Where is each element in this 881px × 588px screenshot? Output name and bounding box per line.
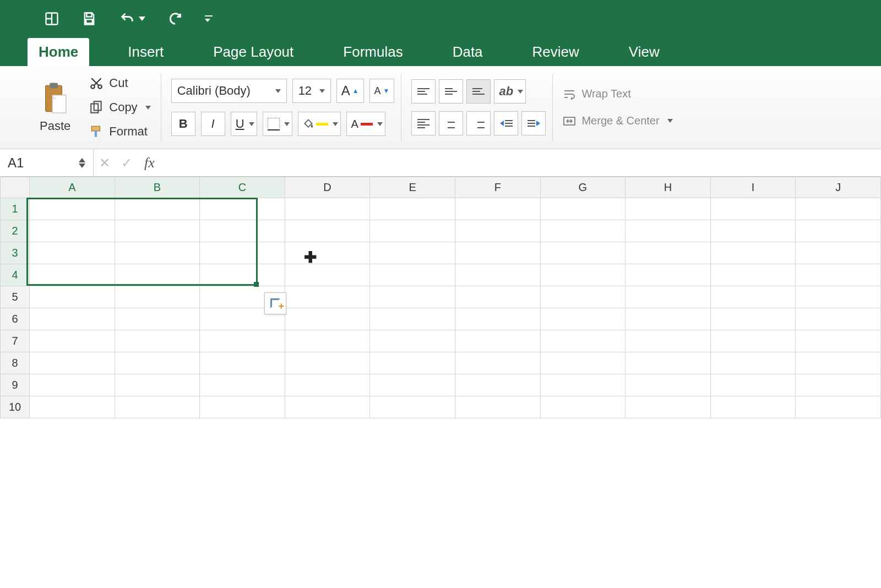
col-header[interactable]: E [370,177,455,198]
fx-label[interactable]: fx [138,155,161,171]
col-header[interactable]: I [710,177,796,198]
decrease-indent-button[interactable] [494,111,518,135]
chevron-down-icon [284,122,290,126]
align-middle-button[interactable] [439,79,463,104]
fill-color-swatch [316,123,328,126]
font-group: Calibri (Body) 12 A ▲ A ▼ B I [165,74,402,141]
increase-indent-button[interactable] [521,111,546,135]
copy-button[interactable]: Copy [89,100,150,115]
wrap-merge-group: Wrap Text Merge & Center [556,74,679,141]
tab-review[interactable]: Review [521,38,590,66]
wrap-text-button[interactable]: Wrap Text [563,88,672,100]
fill-color-button[interactable] [298,112,341,136]
formula-bar: A1 ✕ ✓ fx [0,149,881,177]
font-name-value: Calibri (Body) [177,84,251,98]
save-button[interactable] [81,11,97,26]
chevron-down-icon [377,122,383,126]
col-header[interactable]: G [540,177,626,198]
ribbon: Paste Cut Copy [0,66,881,149]
font-size-combo[interactable]: 12 [292,79,331,103]
caret-up-icon [79,158,85,162]
row-header[interactable]: 1 [1,198,30,220]
row-header[interactable]: 7 [1,330,30,352]
svg-rect-4 [50,83,58,88]
font-name-combo[interactable]: Calibri (Body) [171,79,287,103]
row-header[interactable]: 8 [1,352,30,374]
svg-rect-11 [95,131,97,137]
tab-page-layout[interactable]: Page Layout [202,38,304,66]
bold-button[interactable]: B [171,112,195,136]
borders-button[interactable] [263,112,292,136]
underline-button[interactable]: U [231,112,257,136]
quick-access-toolbar [0,0,881,37]
col-header[interactable]: A [30,177,115,198]
clipboard-group: Paste Cut Copy [28,74,161,141]
paste-button[interactable]: Paste [34,79,76,135]
italic-button[interactable]: I [201,112,225,136]
copy-icon [89,100,104,115]
wrap-text-icon [563,89,576,100]
customize-qat-button[interactable] [205,15,213,22]
col-header[interactable]: C [200,177,285,198]
ribbon-tabs: Home Insert Page Layout Formulas Data Re… [0,37,881,66]
cancel-formula-button[interactable]: ✕ [94,155,116,171]
align-bottom-button[interactable] [466,79,491,104]
row-header[interactable]: 10 [1,396,30,418]
paintbrush-icon [89,124,104,139]
merge-center-label: Merge & Center [581,115,659,127]
cut-button[interactable]: Cut [89,76,150,90]
col-header[interactable]: B [115,177,200,198]
merge-center-button[interactable]: Merge & Center [563,115,672,127]
autosave-button[interactable] [44,11,59,26]
grow-font-button[interactable]: A ▲ [336,79,364,103]
col-header[interactable]: F [455,177,540,198]
accept-formula-button[interactable]: ✓ [116,155,138,171]
svg-rect-2 [86,19,93,23]
col-header[interactable]: J [796,177,881,198]
chevron-down-icon [667,119,673,123]
tab-formulas[interactable]: Formulas [332,38,414,66]
spreadsheet-grid[interactable]: A B C D E F G H I J 1 2 3 4 5 6 [0,177,881,418]
undo-dropdown-icon [139,17,145,21]
cut-label: Cut [109,76,128,90]
wrap-text-label: Wrap Text [581,88,630,100]
name-box[interactable]: A1 [0,149,94,176]
select-all-corner[interactable] [1,177,30,198]
formula-input[interactable] [161,149,881,176]
format-painter-button[interactable]: Format [89,124,150,139]
chevron-down-icon [333,122,338,126]
row-header[interactable]: 4 [1,264,30,286]
redo-button[interactable] [167,11,183,26]
row-header[interactable]: 3 [1,242,30,264]
merge-icon [563,116,576,127]
quick-analysis-icon [270,298,280,308]
align-center-button[interactable] [439,111,463,135]
tab-data[interactable]: Data [442,38,494,66]
orientation-button[interactable]: ab [494,79,526,104]
align-top-button[interactable] [411,79,436,104]
tab-home[interactable]: Home [28,38,89,66]
col-header[interactable]: H [626,177,711,198]
borders-icon [268,118,280,130]
copy-dropdown-icon [145,106,151,110]
font-color-button[interactable]: A [346,112,385,136]
tab-insert[interactable]: Insert [117,38,175,66]
row-header[interactable]: 9 [1,374,30,396]
row-header[interactable]: 6 [1,308,30,330]
font-color-swatch [361,123,373,126]
svg-rect-10 [92,126,100,131]
quick-analysis-button[interactable] [264,292,286,314]
col-header[interactable]: D [285,177,370,198]
align-left-button[interactable] [411,111,436,135]
align-right-button[interactable] [466,111,491,135]
svg-point-6 [91,85,95,89]
copy-label: Copy [109,100,137,115]
tab-view[interactable]: View [618,38,671,66]
name-box-stepper[interactable] [79,158,85,168]
row-header[interactable]: 5 [1,286,30,308]
undo-button[interactable] [119,11,145,26]
row-header[interactable]: 2 [1,220,30,242]
shrink-font-button[interactable]: A ▼ [369,79,395,103]
name-box-value: A1 [8,155,24,171]
column-headers-row: A B C D E F G H I J [1,177,881,198]
